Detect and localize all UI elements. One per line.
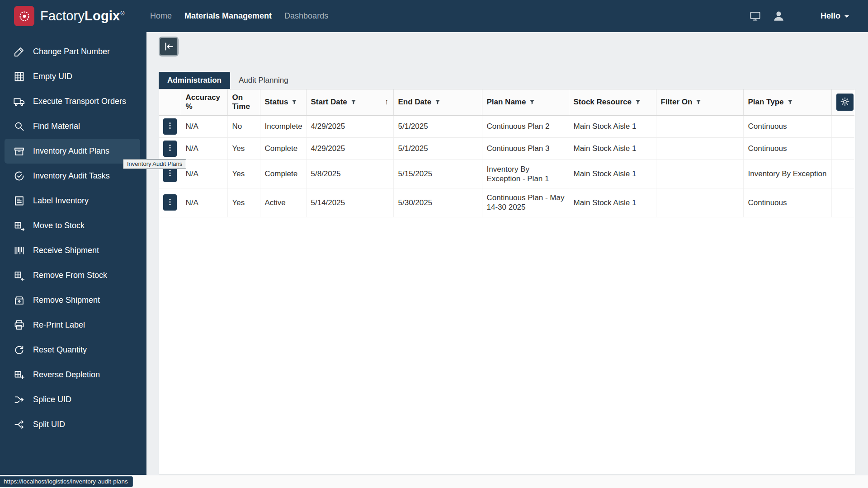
nav-dashboards[interactable]: Dashboards — [284, 11, 328, 21]
archive-icon — [13, 145, 25, 157]
user-menu[interactable]: Hello — [821, 11, 849, 21]
cell-end-date: 5/15/2025 — [393, 160, 482, 188]
filter-icon[interactable] — [350, 99, 357, 105]
cell-row-menu — [159, 188, 181, 217]
nav-materials-management[interactable]: Materials Management — [184, 11, 272, 21]
sidebar-item-split-uid[interactable]: Split UID — [5, 412, 140, 437]
cell-on-time: No — [227, 115, 260, 137]
grid-settings-button[interactable] — [836, 94, 854, 111]
cell-filter-on — [656, 137, 743, 160]
kebab-icon — [165, 121, 175, 131]
cell-status: Complete — [260, 160, 306, 188]
cell-start-date: 4/29/2025 — [306, 137, 393, 160]
sidebar-item-label: Label Inventory — [33, 196, 89, 206]
cell-end-date: 5/1/2025 — [393, 115, 482, 137]
check-circle-icon — [13, 170, 25, 182]
brand[interactable]: FactoryLogix® — [0, 6, 146, 26]
grid-icon — [13, 70, 25, 83]
column-header-accuracy[interactable]: Accuracy % — [181, 89, 227, 115]
box-arrow-out-icon — [13, 269, 25, 282]
filter-icon[interactable] — [695, 99, 702, 105]
filter-icon[interactable] — [787, 99, 793, 105]
sidebar-item-label: Re-Print Label — [33, 320, 85, 330]
sidebar-item-label: Inventory Audit Plans — [33, 146, 109, 156]
sidebar-item-splice-uid[interactable]: Splice UID — [5, 387, 140, 412]
column-label: Status — [265, 98, 288, 107]
sidebar-item-label: Move to Stock — [33, 221, 85, 230]
sidebar-item-remove-shipment[interactable]: Remove Shipment — [5, 288, 140, 313]
cell-blank — [831, 160, 854, 188]
sidebar-item-reset-quantity[interactable]: Reset Quantity — [5, 338, 140, 362]
cell-plan-type: Inventory By Exception — [743, 160, 831, 188]
cell-plan-type: Continuous — [743, 137, 831, 160]
sidebar-item-remove-from-stock[interactable]: Remove From Stock — [5, 263, 140, 288]
column-header-on-time[interactable]: On Time — [227, 89, 260, 115]
column-header-plan-name[interactable]: Plan Name — [482, 89, 569, 115]
sidebar-item-label: Empty UID — [33, 72, 72, 81]
sidebar-item-label: Change Part Number — [33, 47, 110, 56]
sidebar-item-inventory-audit-plans[interactable]: Inventory Audit Plans — [5, 139, 140, 164]
display-icon[interactable] — [749, 10, 761, 22]
brand-name: FactoryLogix® — [40, 9, 124, 23]
table-row: N/AYesComplete5/8/20255/15/2025Inventory… — [159, 160, 854, 188]
sidebar-item-inventory-audit-tasks[interactable]: Inventory Audit Tasks — [5, 164, 140, 188]
column-label: Stock Resource — [574, 98, 632, 107]
row-menu-button[interactable] — [163, 194, 177, 211]
grid-settings-column-header — [831, 89, 854, 115]
filter-icon[interactable] — [434, 99, 441, 105]
cell-blank — [831, 137, 854, 160]
column-header-end-date[interactable]: End Date — [393, 89, 482, 115]
column-header-start-date[interactable]: Start Date↑ — [306, 89, 393, 115]
sidebar-item-label: Reset Quantity — [33, 345, 87, 355]
sidebar-item-label-inventory[interactable]: Label Inventory — [5, 188, 140, 213]
sidebar-item-execute-transport-orders[interactable]: Execute Transport Orders — [5, 89, 140, 114]
brand-logo-icon — [14, 6, 34, 26]
main-content: AdministrationAudit Planning Accuracy %O… — [146, 32, 868, 475]
printer-icon — [13, 319, 25, 331]
nav-home[interactable]: Home — [150, 11, 172, 21]
sidebar-item-label: Receive Shipment — [33, 246, 99, 255]
status-url: https://localhost/logistics/inventory-au… — [0, 476, 133, 487]
column-header-stock-resource[interactable]: Stock Resource — [569, 89, 656, 115]
filter-icon[interactable] — [635, 99, 641, 105]
cell-blank — [831, 188, 854, 217]
collapse-panel-button[interactable] — [159, 37, 179, 56]
sidebar-item-reverse-depletion[interactable]: Reverse Depletion — [5, 362, 140, 387]
column-header-filter-on[interactable]: Filter On — [656, 89, 743, 115]
search-icon — [13, 120, 25, 132]
app-root: FactoryLogix® HomeMaterials ManagementDa… — [0, 0, 868, 488]
sidebar-item-re-print-label[interactable]: Re-Print Label — [5, 313, 140, 338]
column-header-status[interactable]: Status — [260, 89, 306, 115]
sidebar-item-label: Find Material — [33, 122, 80, 131]
tab-audit-planning[interactable]: Audit Planning — [230, 72, 297, 89]
cell-filter-on — [656, 115, 743, 137]
tab-administration[interactable]: Administration — [159, 72, 230, 89]
content-toolbar — [159, 37, 855, 56]
cell-plan-name: Continuous Plan 2 — [482, 115, 569, 137]
cell-start-date: 5/14/2025 — [306, 188, 393, 217]
cell-accuracy: N/A — [181, 160, 227, 188]
column-label: Accuracy % — [186, 93, 223, 111]
sidebar-item-find-material[interactable]: Find Material — [5, 114, 140, 139]
filter-icon[interactable] — [291, 99, 297, 105]
column-header-plan-type[interactable]: Plan Type — [743, 89, 831, 115]
sidebar-item-label: Splice UID — [33, 395, 71, 404]
row-menu-button[interactable] — [163, 118, 177, 135]
filter-icon[interactable] — [529, 99, 535, 105]
edit-icon — [13, 46, 25, 58]
sidebar: Change Part NumberEmpty UIDExecute Trans… — [0, 32, 146, 475]
sort-ascending-icon: ↑ — [385, 98, 389, 107]
brand-name-light: Factory — [40, 9, 85, 23]
column-label: Plan Name — [487, 98, 526, 107]
user-icon[interactable] — [772, 9, 785, 23]
sidebar-item-move-to-stock[interactable]: Move to Stock — [5, 213, 140, 238]
sidebar-item-receive-shipment[interactable]: Receive Shipment — [5, 238, 140, 263]
sidebar-item-change-part-number[interactable]: Change Part Number — [5, 39, 140, 64]
tabstrip: AdministrationAudit Planning — [159, 72, 855, 89]
sidebar-item-empty-uid[interactable]: Empty UID — [5, 64, 140, 89]
row-menu-button[interactable] — [163, 141, 177, 157]
top-nav: HomeMaterials ManagementDashboards — [150, 11, 328, 21]
cell-plan-name: Continuous Plan 3 — [482, 137, 569, 160]
merge-icon — [13, 394, 25, 406]
cell-end-date: 5/30/2025 — [393, 188, 482, 217]
